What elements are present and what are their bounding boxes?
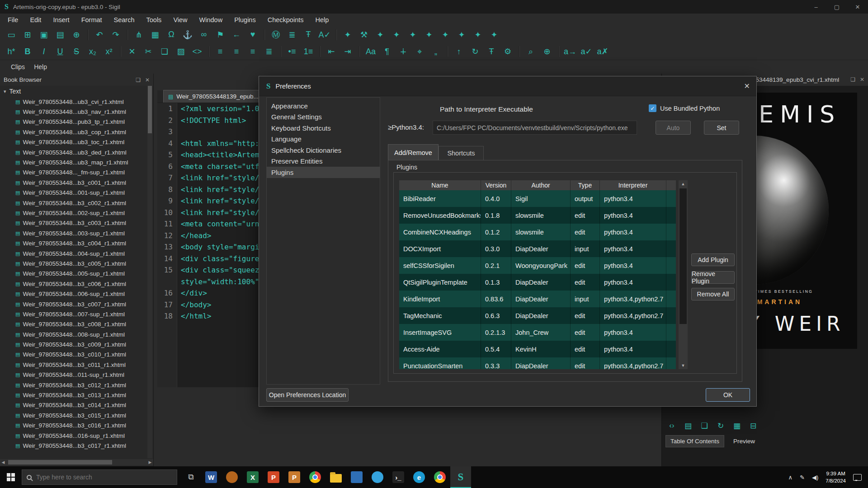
plugins-table-scrollbar[interactable]: ▲ ▼: [679, 180, 688, 369]
back-link-icon[interactable]: ←: [230, 28, 243, 42]
book-file-item[interactable]: Weir_9780553448...005-sup_r1.xhtml: [0, 269, 147, 279]
plugin-row[interactable]: Access-Aide 0.5.4 KevinH edit python3.4: [399, 341, 676, 357]
copy-icon[interactable]: ❏: [158, 45, 171, 58]
italic-icon[interactable]: I: [37, 45, 51, 58]
book-file-item[interactable]: Weir_9780553448..._fm-sup_r1.xhtml: [0, 168, 147, 178]
manage-plugins-icon[interactable]: ⚒: [357, 28, 371, 42]
taskbar-search[interactable]: [22, 469, 177, 485]
book-file-item[interactable]: Weir_9780553448...b3_c017_r1.xhtml: [0, 441, 147, 450]
plugin-row[interactable]: DOCXImport 0.3.0 DiapDealer input python…: [399, 240, 676, 257]
scroll-up-icon[interactable]: ↑: [452, 45, 466, 58]
change-case-icon[interactable]: Aa: [364, 45, 377, 58]
donate-icon[interactable]: ♥: [246, 28, 259, 42]
book-file-item[interactable]: Weir_9780553448...b3_c012_r1.xhtml: [0, 380, 147, 390]
maximize-button[interactable]: ▢: [826, 0, 847, 14]
menu-search[interactable]: Search: [108, 14, 141, 25]
use-bundled-python-checkbox[interactable]: ✓ Use Bundled Python: [649, 104, 720, 112]
align-left-icon[interactable]: ≡: [213, 45, 227, 58]
tab-shortcuts[interactable]: Shortcuts: [439, 146, 484, 160]
book-file-item[interactable]: Weir_9780553448...ub3_ded_r1.xhtml: [0, 147, 147, 157]
toolbar-icon[interactable]: [278, 46, 283, 57]
insert-link-icon[interactable]: ∞: [197, 28, 211, 42]
taskbar-app[interactable]: P: [263, 466, 284, 488]
plugin-3-icon[interactable]: ✦: [390, 28, 403, 42]
book-file-item[interactable]: Weir_9780553448...b3_c010_r1.xhtml: [0, 350, 147, 360]
remove-plugin-button[interactable]: Remove Plugin: [691, 271, 735, 284]
book-file-item[interactable]: Weir_9780553448...b3_c008_r1.xhtml: [0, 319, 147, 329]
book-file-item[interactable]: Weir_9780553448...008-sup_r1.xhtml: [0, 329, 147, 339]
taskbar-app[interactable]: [222, 466, 242, 488]
open-file-icon[interactable]: ⊞: [21, 28, 34, 42]
plugin-row[interactable]: InsertImageSVG 0.2.1.3 John_Crew edit py…: [399, 324, 676, 341]
toolbar-icon[interactable]: [557, 46, 561, 57]
notifications-icon[interactable]: [853, 474, 862, 481]
remove-formatting-icon[interactable]: ✕: [125, 45, 139, 58]
taskbar-app[interactable]: [346, 466, 367, 488]
minimize-button[interactable]: –: [806, 0, 826, 14]
pref-category[interactable]: Language: [267, 134, 380, 145]
ok-button[interactable]: OK: [706, 388, 750, 402]
column-header[interactable]: Author: [511, 180, 571, 190]
book-file-item[interactable]: Weir_9780553448...011-sup_r1.xhtml: [0, 370, 147, 380]
menu-edit[interactable]: Edit: [24, 14, 47, 25]
book-file-item[interactable]: Weir_9780553448...ub3_cvi_r1.xhtml: [0, 97, 147, 107]
book-file-item[interactable]: Weir_9780553448...004-sup_r1.xhtml: [0, 249, 147, 258]
task-view-button[interactable]: ⧉: [181, 466, 201, 488]
clock[interactable]: 9:39 AM 7/8/2024: [826, 470, 846, 484]
plugin-row[interactable]: QtSigilPluginTemplate 0.1.3 DiapDealer e…: [399, 274, 676, 291]
book-file-item[interactable]: Weir_9780553448...003-sup_r1.xhtml: [0, 228, 147, 238]
plugin-row[interactable]: KindleImport 0.83.6 DiapDealer input pyt…: [399, 291, 676, 307]
remove-all-button[interactable]: Remove All: [691, 288, 735, 300]
pref-category[interactable]: General Settings: [267, 112, 380, 123]
settings-icon[interactable]: ⚙: [501, 45, 514, 58]
plugin-row[interactable]: RemoveUnusedBookmarks 0.1.8 slowsmile ed…: [399, 207, 676, 224]
menu-insert[interactable]: Insert: [47, 14, 75, 25]
toolbar-icon[interactable]: [118, 46, 123, 57]
menu-format[interactable]: Format: [75, 14, 108, 25]
book-file-item[interactable]: Weir_9780553448...001-sup_r1.xhtml: [0, 188, 147, 198]
scroll-down-icon[interactable]: ▼: [679, 362, 688, 369]
undo-icon[interactable]: ↶: [93, 28, 106, 42]
close-button[interactable]: ✕: [847, 0, 868, 14]
search-input[interactable]: [36, 474, 163, 481]
toolbar-icon[interactable]: [334, 29, 338, 40]
float-panel-icon[interactable]: ❏: [850, 76, 855, 83]
book-file-item[interactable]: Weir_9780553448...b3_c013_r1.xhtml: [0, 390, 147, 400]
book-file-item[interactable]: Weir_9780553448...b3_c011_r1.xhtml: [0, 360, 147, 370]
code-view-icon[interactable]: <>: [190, 45, 204, 58]
plugin-4-icon[interactable]: ✦: [406, 28, 420, 42]
refresh-icon[interactable]: ↻: [714, 419, 727, 432]
dock-tab[interactable]: Clips: [11, 63, 25, 70]
code-view-icon[interactable]: ‹›: [665, 419, 678, 432]
scroll-up-icon[interactable]: ▲: [679, 180, 688, 188]
insert-image-icon[interactable]: ▦: [148, 28, 162, 42]
zoom-in-icon[interactable]: ⊕: [540, 45, 554, 58]
tree-folder-text[interactable]: ▾ Text: [0, 86, 147, 97]
book-file-item[interactable]: Weir_9780553448...ub3_cop_r1.xhtml: [0, 127, 147, 137]
outdent-icon[interactable]: ⇤: [325, 45, 338, 58]
dialog-close-icon[interactable]: ✕: [744, 82, 750, 90]
taskbar-app[interactable]: [429, 466, 450, 488]
toolbar-icon[interactable]: [517, 46, 521, 57]
taskbar-app[interactable]: [305, 466, 326, 488]
book-file-item[interactable]: Weir_9780553448...ub3_nav_r1.xhtml: [0, 107, 147, 117]
dock-tab[interactable]: Help: [34, 63, 47, 70]
split-view-icon[interactable]: ❏: [698, 419, 711, 432]
toc-editor-icon[interactable]: Ŧ: [302, 28, 315, 42]
interpreter-path-field[interactable]: C:/Users/FPC PC/Documents/venvtestbuild/…: [433, 121, 637, 135]
toolbar-icon[interactable]: [357, 46, 361, 57]
book-file-item[interactable]: Weir_9780553448...b3_c016_r1.xhtml: [0, 421, 147, 431]
indent-icon[interactable]: ⇥: [341, 45, 354, 58]
pref-category[interactable]: Preserve Entities: [267, 156, 380, 167]
toolbar-icon[interactable]: [125, 29, 129, 40]
column-header[interactable]: Type: [571, 180, 600, 190]
toolbar-icon[interactable]: [318, 46, 322, 57]
start-button[interactable]: [0, 466, 22, 488]
spellcheck-ignore-icon[interactable]: a✗: [596, 45, 609, 58]
plugin-9-icon[interactable]: ✦: [487, 28, 501, 42]
column-header[interactable]: Version: [481, 180, 511, 190]
add-blank-html-icon[interactable]: ⊕: [70, 28, 83, 42]
spellcheck-icon[interactable]: A✓: [318, 28, 331, 42]
taskbar-app[interactable]: X: [242, 466, 263, 488]
tray-chevron-icon[interactable]: ∧: [788, 474, 793, 481]
